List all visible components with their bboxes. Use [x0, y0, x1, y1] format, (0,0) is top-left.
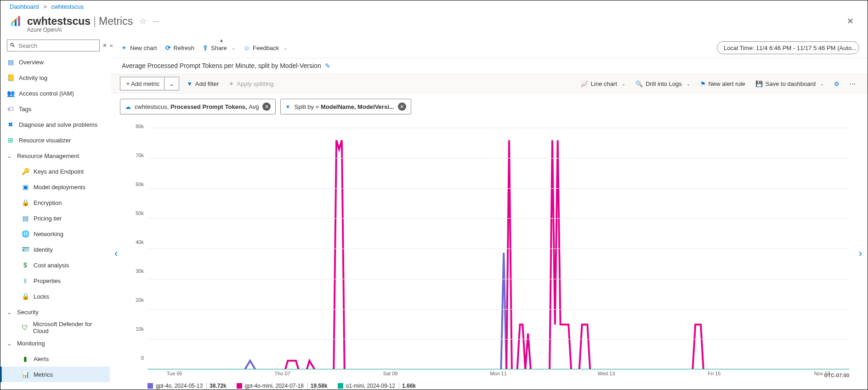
sidebar-item-label: Access control (IAM)	[19, 90, 74, 97]
sidebar-item-label: Microsoft Defender for Cloud	[33, 321, 103, 334]
y-axis-labels: 010k20k30k40k50k60k70k80k	[124, 126, 147, 358]
sidebar-item-alerts[interactable]: ▮Alerts	[0, 351, 110, 367]
sidebar-item-diagset[interactable]: ▮Diagnostic settings	[0, 382, 110, 388]
btn-label: Share	[211, 45, 227, 51]
legend-item[interactable]: gpt-4o, 2024-05-1338.72k	[148, 383, 227, 389]
alerts-icon: ▮	[22, 355, 29, 362]
sidebar-item-label: Resource visualizer	[19, 137, 71, 144]
sidebar-item-pricing[interactable]: ▤Pricing tier	[0, 210, 110, 226]
lock-icon: 🔒	[22, 199, 29, 206]
breadcrumb-current[interactable]: cwhtestscus	[51, 3, 84, 10]
split-icon: ✶	[229, 80, 234, 87]
sidebar-item-iam[interactable]: 👥Access control (IAM)	[0, 85, 110, 101]
plot-area[interactable]	[148, 128, 849, 370]
sidebar-item-properties[interactable]: ⦀Properties	[0, 273, 110, 288]
sidebar-item-label: Diagnostic settings	[34, 387, 84, 389]
cloud-icon: ☁	[125, 103, 131, 110]
settings-button[interactable]: ⚙	[831, 77, 842, 90]
chart-type-button[interactable]: 📈Line chart⌄	[578, 77, 628, 90]
share-button[interactable]: ⇪Share⌄	[203, 44, 235, 51]
sidebar-item-cost[interactable]: $Cost analysis	[0, 257, 110, 273]
close-icon[interactable]: ✕	[847, 16, 858, 26]
sidebar-item-networking[interactable]: 🌐Networking	[0, 226, 110, 242]
new-alert-button[interactable]: ⚑New alert rule	[698, 77, 748, 90]
legend-item[interactable]: o1-mini, 2024-09-121.66k	[338, 383, 416, 389]
sidebar-section-monitoring[interactable]: ⌄Monitoring	[0, 335, 110, 351]
time-range-button[interactable]: Local Time: 11/4 6:46 PM - 11/17 5:46 PM…	[717, 41, 859, 54]
edit-title-icon[interactable]: ✎	[325, 62, 330, 69]
sidebar-item-label: Cost analysis	[34, 262, 69, 269]
breadcrumb-root[interactable]: Dashboard	[10, 3, 39, 10]
sidebar-item-label: Model deployments	[34, 184, 85, 191]
btn-label: New alert rule	[709, 80, 745, 87]
sidebar-item-defender[interactable]: 🛡Microsoft Defender for Cloud	[0, 320, 110, 335]
favorite-icon[interactable]: ☆	[139, 16, 147, 26]
btn-label: Apply splitting	[237, 80, 273, 87]
btn-label: Add metric	[131, 80, 159, 87]
legend-item[interactable]: gpt-4o-mini, 2024-07-1819.58k	[237, 383, 328, 389]
search-input[interactable]	[7, 40, 100, 51]
timezone-label: UTC-07:00	[824, 373, 849, 378]
chart-toolbar: ＋Add metric ⌄ ▼Add filter ✶Apply splitti…	[111, 74, 868, 93]
sidebar-item-label: Metrics	[34, 371, 53, 378]
sidebar-item-deploy[interactable]: ▣Model deployments	[0, 179, 110, 195]
add-filter-button[interactable]: ▼Add filter	[184, 77, 221, 90]
breadcrumb: Dashboard > cwhtestscus	[0, 0, 868, 13]
resource-name: cwhtestscus	[27, 15, 91, 27]
sidebar-item-resvis[interactable]: ⊞Resource visualizer	[0, 132, 110, 148]
new-chart-button[interactable]: ＋New chart	[121, 44, 157, 52]
filter-icon: ▼	[187, 80, 193, 87]
add-metric-dropdown[interactable]: ⌄	[165, 77, 179, 90]
next-timerange-button[interactable]: ›	[856, 245, 865, 262]
save-dashboard-button[interactable]: 💾Save to dashboard⌄	[753, 77, 827, 90]
sidebar-item-label: Pricing tier	[34, 215, 62, 222]
resource-icon	[10, 15, 23, 28]
legend-label: gpt-4o, 2024-05-13	[156, 383, 203, 389]
diagset-icon: ▮	[22, 386, 29, 388]
alert-icon: ⚑	[700, 80, 706, 87]
btn-label: Line chart	[591, 80, 617, 87]
metric-pill[interactable]: ☁ cwhtestscus, Processed Prompt Tokens, …	[120, 99, 276, 114]
x-axis-labels: Tue 05Thu 07Sat 09Mon 11Wed 13Fri 15Nov …	[148, 371, 849, 378]
more-button[interactable]: ⋯	[847, 77, 858, 90]
sidebar-item-diagnose[interactable]: ✖Diagnose and solve problems	[0, 117, 110, 132]
locks-icon: 🔒	[22, 293, 29, 300]
legend-value: 19.58k	[307, 383, 328, 389]
sidebar-item-label: Networking	[34, 231, 63, 237]
sidebar-item-locks[interactable]: 🔒Locks	[0, 288, 110, 304]
feedback-button[interactable]: ☺Feedback⌄	[244, 44, 287, 51]
sidebar-item-overview[interactable]: ▤Overview	[0, 54, 110, 70]
sidebar-item-identity[interactable]: 🪪Identity	[0, 242, 110, 257]
sidebar-item-metrics[interactable]: 📊Metrics	[0, 367, 110, 382]
prev-timerange-button[interactable]: ‹	[112, 245, 120, 262]
sidebar-item-activity[interactable]: 📒Activity log	[0, 70, 110, 85]
sidebar-section-resmgmt[interactable]: ⌄Resource Management	[0, 148, 110, 164]
drill-logs-button[interactable]: 🔍Drill into Logs⌄	[633, 77, 693, 90]
sidebar-item-label: Security	[17, 309, 39, 316]
chevron-down-icon: ⌄	[7, 309, 12, 316]
search-icon: 🔍︎	[10, 42, 16, 49]
sidebar-item-keys[interactable]: 🔑Keys and Endpoint	[0, 164, 110, 179]
keys-icon: 🔑	[22, 168, 29, 175]
remove-pill-icon[interactable]: ✕	[398, 102, 406, 111]
sidebar-item-encryption[interactable]: 🔒Encryption	[0, 195, 110, 210]
remove-pill-icon[interactable]: ✕	[262, 102, 271, 111]
sidebar-item-tags[interactable]: 🏷Tags	[0, 101, 110, 117]
split-pill[interactable]: ✶ Split by = ModelName, ModelVersi... ✕	[280, 99, 411, 114]
sidebar-section-security[interactable]: ⌄Security	[0, 304, 110, 320]
metric-pills: ☁ cwhtestscus, Processed Prompt Tokens, …	[111, 93, 868, 117]
diagnose-icon: ✖	[7, 121, 14, 128]
save-icon: 💾	[755, 80, 763, 87]
sidebar-item-label: Properties	[34, 277, 61, 284]
btn-label: Refresh	[174, 45, 195, 51]
split-icon: ✶	[285, 103, 290, 110]
refresh-button[interactable]: ⟳Refresh	[165, 44, 195, 51]
more-icon[interactable]: ⋯	[153, 18, 159, 25]
sidebar-item-label: Activity log	[19, 74, 47, 81]
pin-icon[interactable]: ✕	[102, 42, 107, 49]
scroll-up-icon[interactable]: ▲	[219, 38, 224, 43]
add-metric-button[interactable]: ＋Add metric ⌄	[120, 77, 179, 90]
breadcrumb-sep: >	[43, 3, 47, 10]
iam-icon: 👥	[7, 90, 14, 97]
pill-text: cwhtestscus, Processed Prompt Tokens, Av…	[135, 103, 259, 110]
